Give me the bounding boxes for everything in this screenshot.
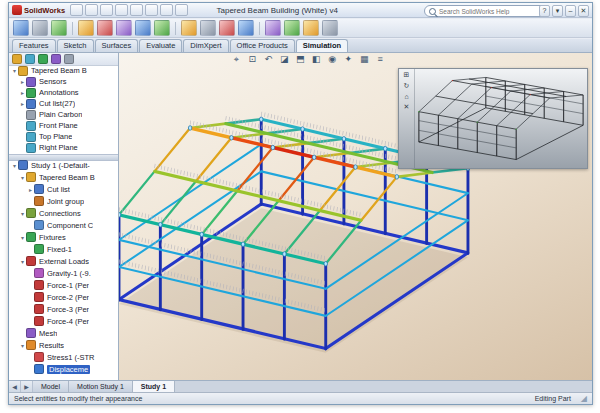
view-orientation-icon[interactable] — [97, 20, 113, 36]
edit-appearance-icon[interactable]: ✦ — [343, 54, 354, 65]
feature-manager-icon[interactable] — [12, 54, 22, 64]
orientation-grid-icon[interactable]: ⊞ — [404, 71, 410, 79]
tree-item-fixtures[interactable]: ▾Fixtures — [9, 231, 118, 243]
property-manager-icon[interactable] — [25, 54, 35, 64]
report-icon[interactable] — [322, 20, 338, 36]
tab-surfaces[interactable]: Surfaces — [95, 39, 139, 52]
zoom-to-fit-icon[interactable]: ⌖ — [231, 54, 242, 65]
hide-show-items-icon[interactable]: ◉ — [327, 54, 338, 65]
tree-item-force-3[interactable]: Force-3 (Per — [9, 303, 118, 315]
tree-item-mesh[interactable]: Mesh — [9, 327, 118, 339]
model-viewport[interactable]: ⌖ ⊡ ↶ ◪ ⬒ ◧ ◉ ✦ ▦ ≡ ⊞ ↻ ⌂ ✕ — [119, 53, 592, 380]
edit-appearance-icon[interactable] — [154, 20, 170, 36]
tree-item-component-contact[interactable]: Component C — [9, 219, 118, 231]
display-style-icon[interactable]: ◧ — [311, 54, 322, 65]
display-manager-icon[interactable] — [64, 54, 74, 64]
tree-item-study-part[interactable]: ▾Tapered Beam B — [9, 171, 118, 183]
home-view-icon[interactable]: ⌂ — [404, 93, 408, 100]
tab-dimxpert[interactable]: DimXpert — [183, 39, 228, 52]
tree-item-connections[interactable]: ▾Connections — [9, 207, 118, 219]
undo-icon[interactable] — [130, 4, 143, 16]
help-icon[interactable]: ? — [539, 5, 550, 17]
tab-motion-study-1[interactable]: Motion Study 1 — [69, 381, 133, 392]
previous-view-icon[interactable]: ↶ — [263, 54, 274, 65]
search-input[interactable] — [439, 8, 545, 15]
toolbar-separator — [259, 22, 260, 35]
tree-item-part-root[interactable]: ▾Tapered Beam B — [9, 65, 118, 76]
zoom-to-area-icon[interactable]: ⊡ — [247, 54, 258, 65]
tree-item-annotations[interactable]: ▸Annotations — [9, 87, 118, 98]
dimxpert-manager-icon[interactable] — [51, 54, 61, 64]
select-icon[interactable] — [160, 4, 173, 16]
tree-item-study-cut-list[interactable]: ▸Cut list — [9, 183, 118, 195]
redo-icon[interactable] — [145, 4, 158, 16]
minimize-icon[interactable]: – — [565, 5, 576, 17]
tree-item-external-loads[interactable]: ▾External Loads — [9, 255, 118, 267]
close-icon[interactable]: ✕ — [578, 5, 589, 17]
hide-show-items-icon[interactable] — [135, 20, 151, 36]
force-icon — [34, 280, 44, 290]
view-orientation-icon[interactable]: ⬒ — [295, 54, 306, 65]
close-inset-icon[interactable]: ✕ — [404, 103, 410, 111]
tab-scroll-right-icon[interactable]: ▶ — [21, 381, 33, 392]
tree-item-fixed-1[interactable]: Fixed-1 — [9, 243, 118, 255]
resize-grip-icon[interactable]: ◢ — [581, 394, 587, 403]
previous-view-icon[interactable] — [51, 20, 67, 36]
tab-model[interactable]: Model — [33, 381, 69, 392]
tab-sketch[interactable]: Sketch — [57, 39, 94, 52]
simulation-advisor-icon[interactable] — [219, 20, 235, 36]
tree-item-force-4[interactable]: Force-4 (Per — [9, 315, 118, 327]
tab-evaluate[interactable]: Evaluate — [139, 39, 182, 52]
inset-model-canvas[interactable] — [415, 69, 587, 168]
tab-study-1[interactable]: Study 1 — [133, 381, 175, 392]
zoom-to-area-icon[interactable] — [13, 20, 29, 36]
view-settings-icon[interactable]: ≡ — [375, 54, 386, 65]
force-icon — [34, 316, 44, 326]
deformed-result-icon[interactable] — [265, 20, 281, 36]
tree-item-study[interactable]: ▾Study 1 (-Default- — [9, 159, 118, 171]
tree-item-material[interactable]: Plain Carbon — [9, 109, 118, 120]
tab-simulation[interactable]: Simulation — [296, 39, 348, 52]
tree-item-sensors[interactable]: ▸Sensors — [9, 76, 118, 87]
tab-scroll-left-icon[interactable]: ◀ — [9, 381, 21, 392]
save-icon[interactable] — [100, 4, 113, 16]
part-icon — [26, 172, 36, 182]
tree-item-right-plane[interactable]: Right Plane — [9, 142, 118, 153]
section-view-icon[interactable]: ◪ — [279, 54, 290, 65]
rebuild-icon[interactable] — [175, 4, 188, 16]
tree-item-cut-list[interactable]: ▸Cut list(27) — [9, 98, 118, 109]
tree-item-gravity-1[interactable]: Gravity-1 (-9. — [9, 267, 118, 279]
print-icon[interactable] — [115, 4, 128, 16]
zoom-to-fit-icon[interactable] — [32, 20, 48, 36]
configuration-manager-icon[interactable] — [38, 54, 48, 64]
tab-features[interactable]: Features — [12, 39, 56, 52]
inset-columns — [419, 77, 583, 159]
tree-item-force-1[interactable]: Force-1 (Per — [9, 279, 118, 291]
compare-results-icon[interactable] — [303, 20, 319, 36]
stress-plot-icon — [34, 352, 44, 362]
tab-office-products[interactable]: Office Products — [230, 39, 295, 52]
tree-item-stress1[interactable]: Stress1 (-STR — [9, 351, 118, 363]
tree-item-joint-group[interactable]: Joint group — [9, 195, 118, 207]
display-style-icon[interactable] — [116, 20, 132, 36]
run-study-icon[interactable] — [238, 20, 254, 36]
new-document-icon[interactable] — [70, 4, 83, 16]
search-icon — [429, 8, 436, 15]
apply-scene-icon[interactable]: ▦ — [359, 54, 370, 65]
preview-inset-window[interactable]: ⊞ ↻ ⌂ ✕ — [398, 68, 588, 169]
help-search-box[interactable] — [424, 5, 550, 17]
section-view-icon[interactable] — [78, 20, 94, 36]
tree-item-front-plane[interactable]: Front Plane — [9, 120, 118, 131]
apply-scene-icon[interactable] — [181, 20, 197, 36]
tree-item-force-2[interactable]: Force-2 (Per — [9, 291, 118, 303]
tree-item-top-plane[interactable]: Top Plane — [9, 131, 118, 142]
chevron-down-icon[interactable]: ▾ — [552, 5, 563, 17]
plot-tools-icon[interactable] — [284, 20, 300, 36]
document-tab-bar: ◀ ▶ Model Motion Study 1 Study 1 — [9, 380, 592, 392]
view-settings-icon[interactable] — [200, 20, 216, 36]
rotate-view-icon[interactable]: ↻ — [404, 82, 410, 90]
open-icon[interactable] — [85, 4, 98, 16]
tree-item-results[interactable]: ▾Results — [9, 339, 118, 351]
inset-rafters — [419, 77, 583, 129]
tree-item-displacement[interactable]: Displaceme — [9, 363, 118, 375]
